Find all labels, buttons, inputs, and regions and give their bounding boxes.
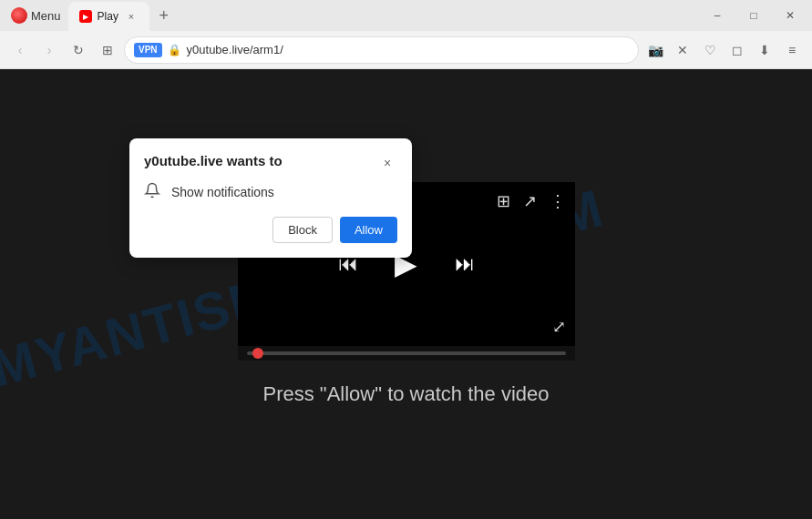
camera-icon: 📷 [648, 43, 663, 57]
back-button[interactable]: ‹ [7, 37, 33, 63]
forward-icon: › [47, 43, 52, 57]
notification-icon [144, 182, 164, 202]
window-controls: – □ ✕ [699, 0, 808, 31]
share-icon[interactable]: ↗ [523, 191, 537, 211]
address-bar[interactable]: VPN 🔒 y0utube.live/arm1/ [124, 36, 639, 64]
fullscreen-button[interactable]: ⤢ [552, 317, 566, 337]
download-icon: ⬇ [759, 43, 770, 57]
page-content: MYANTISPYWARE.COM ⊞ ↗ ⋮ ⌄ ⏮ ▶ ⏭ [0, 69, 812, 519]
tab-close-button[interactable]: × [124, 9, 139, 24]
maximize-button[interactable]: □ [735, 0, 772, 31]
nav-bar: ‹ › ↻ ⊞ VPN 🔒 y0utube.live/arm1/ 📷 ✕ ♡ [0, 31, 812, 69]
forward-button[interactable]: › [36, 37, 62, 63]
player-top-controls: ⊞ ↗ ⋮ [497, 191, 566, 211]
back-icon: ‹ [18, 43, 23, 57]
opera-menu-label: Menu [31, 9, 61, 23]
grid-button[interactable]: ⊞ [95, 37, 120, 63]
lock-icon: 🔒 [168, 44, 181, 56]
nav-tools: 📷 ✕ ♡ ◻ ⬇ ≡ [642, 37, 805, 63]
heart-icon: ♡ [704, 43, 716, 57]
close-button[interactable]: ✕ [772, 0, 808, 31]
wallet-icon: ◻ [732, 43, 743, 57]
refresh-icon: ↻ [73, 43, 84, 57]
popup-header: y0utube.live wants to × [144, 153, 397, 173]
url-text: y0utube.live/arm1/ [187, 43, 283, 56]
tab-active-label: Play [98, 10, 118, 23]
permission-label: Show notifications [171, 185, 274, 199]
fullscreen-icon: ⤢ [552, 318, 566, 336]
tab-bar: Menu ▶ Play × + – □ ✕ [0, 0, 812, 31]
new-tab-button[interactable]: + [151, 3, 177, 28]
shield-button[interactable]: ✕ [670, 37, 695, 63]
progress-bar-area [238, 346, 575, 361]
camera-button[interactable]: 📷 [642, 37, 668, 63]
wallet-button[interactable]: ◻ [725, 37, 750, 63]
heart-button[interactable]: ♡ [697, 37, 723, 63]
popup-actions: Block Allow [144, 217, 397, 243]
shield-icon: ✕ [677, 43, 688, 57]
menu-button[interactable]: ≡ [779, 37, 805, 63]
popup-permission-row: Show notifications [144, 182, 397, 202]
progress-track[interactable] [247, 351, 566, 355]
popup-close-icon: × [384, 156, 391, 170]
opera-logo-icon [11, 7, 27, 24]
browser-frame: Menu ▶ Play × + – □ ✕ ‹ › [0, 0, 812, 519]
minimize-button[interactable]: – [699, 0, 735, 31]
allow-button[interactable]: Allow [340, 217, 397, 243]
tab-play[interactable]: ▶ Play × [68, 2, 149, 31]
progress-indicator [252, 348, 263, 359]
notification-popup: y0utube.live wants to × Show notificatio… [129, 138, 412, 258]
download-button[interactable]: ⬇ [752, 37, 777, 63]
skip-forward-button[interactable]: ⏭ [455, 252, 475, 276]
tab-play-favicon: ▶ [79, 10, 92, 23]
video-prompt-text: Press "Allow" to watch the video [263, 382, 550, 406]
opera-menu-button[interactable]: Menu [4, 4, 68, 27]
more-options-icon[interactable]: ⋮ [550, 191, 566, 211]
popup-close-button[interactable]: × [377, 153, 397, 173]
vpn-badge: VPN [134, 43, 162, 57]
grid-icon: ⊞ [102, 43, 113, 57]
add-to-queue-icon[interactable]: ⊞ [497, 191, 510, 211]
menu-icon: ≡ [788, 43, 796, 57]
refresh-button[interactable]: ↻ [66, 37, 91, 63]
block-button[interactable]: Block [272, 217, 333, 243]
popup-title: y0utube.live wants to [144, 153, 283, 168]
